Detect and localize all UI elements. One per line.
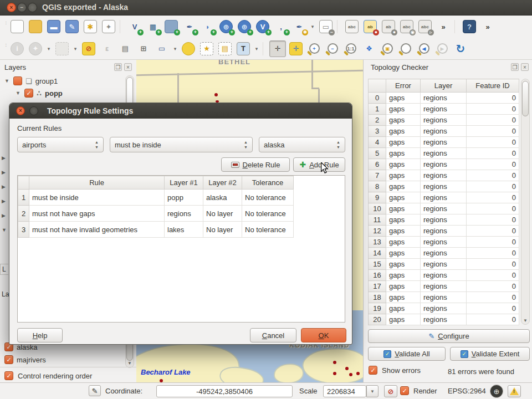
zoom-out-button[interactable]: − — [324, 40, 341, 57]
label-move-button[interactable]: abc▹ — [417, 18, 433, 35]
table-row[interactable]: 2gapsregions0 — [369, 115, 519, 126]
window-minimize-icon[interactable]: − — [17, 3, 27, 12]
show-errors-toggle[interactable]: ✓ Show errors — [369, 366, 421, 375]
zoom-native-button[interactable]: 1:1 — [342, 40, 359, 57]
dropdown-arrow-icon[interactable]: ▾ — [45, 42, 52, 56]
pan-map-button[interactable]: ✛ — [269, 40, 286, 57]
rule-combobox[interactable]: must be inside ▲▼ — [110, 137, 253, 152]
validate-extent-button[interactable]: ✓ Validate Extent — [450, 347, 530, 361]
dropdown-arrow-icon[interactable]: ▾ — [253, 42, 260, 56]
layer-tree-item-popp[interactable]: ▼ ✓ ∴ popp — [16, 89, 63, 98]
add-raster-layer-button[interactable]: ▦+ — [145, 18, 161, 35]
layer-column-header[interactable]: Layer — [421, 79, 467, 93]
add-mssql-layer-button[interactable]: ◗+ — [200, 18, 216, 35]
panel-close-icon[interactable]: × — [521, 63, 529, 71]
rule-column-header[interactable]: Rule — [29, 176, 165, 190]
majrivers-checkbox[interactable]: ✓ — [4, 355, 13, 364]
label-visibility-button[interactable]: abc◉ — [398, 18, 415, 35]
save-project-as-button[interactable]: ✎ — [64, 18, 80, 35]
window-close-icon[interactable]: × — [7, 3, 16, 12]
dropdown-arrow-icon[interactable]: ▾ — [172, 42, 178, 56]
dialog-close-icon[interactable]: × — [16, 106, 25, 115]
table-row[interactable]: 13gapsregions0 — [369, 237, 519, 248]
add-spatialite-layer-button[interactable]: ✒+ — [181, 18, 198, 35]
new-shapefile-layer-button[interactable]: ✒✱ — [291, 18, 308, 35]
zoom-to-selection-button[interactable]: ▣ — [379, 40, 396, 57]
new-composer-button[interactable]: ✱ — [82, 18, 99, 35]
panel-close-icon[interactable]: × — [124, 63, 132, 71]
table-row[interactable]: 10gapsregions0 — [369, 203, 519, 214]
field-calculator-button[interactable]: ⊞ — [135, 40, 152, 57]
layer1-combobox[interactable]: airports ▲▼ — [17, 137, 104, 152]
render-toggle[interactable]: ✓ Render — [400, 386, 437, 395]
checker-scrollbar-thumb[interactable] — [522, 81, 529, 116]
layer2-combobox[interactable]: alaska ▲▼ — [259, 137, 345, 152]
help-button[interactable]: Help — [17, 328, 63, 342]
remove-layer-group-button[interactable]: ▭− — [318, 18, 334, 35]
refresh-map-button[interactable]: ↻ — [452, 40, 469, 57]
layer-tree-item-group1[interactable]: ▼ ✓ ❏ group1 — [4, 76, 58, 85]
deselect-features-button[interactable]: ⊘ — [80, 40, 97, 57]
ok-button[interactable]: OK — [301, 328, 346, 342]
dropdown-arrow-icon[interactable]: ▾ — [309, 19, 316, 34]
open-project-button[interactable] — [27, 18, 44, 35]
add-wfs-layer-button[interactable]: V+ — [254, 18, 271, 35]
show-bookmarks-button[interactable]: ▤ — [217, 40, 233, 57]
labeling-button[interactable]: abc — [344, 18, 360, 35]
table-row[interactable]: 1gapsregions0 — [369, 104, 519, 115]
scale-combobox[interactable]: 2206834 — [323, 385, 366, 397]
add-wcs-layer-button[interactable]: ⊕+ — [236, 18, 253, 35]
error-column-header[interactable]: Error — [386, 79, 421, 93]
pan-to-selection-button[interactable]: ✛ — [288, 40, 304, 57]
layer1-column-header[interactable]: Layer #1 — [165, 176, 203, 190]
scale-dropdown-icon[interactable]: ▼ — [366, 385, 378, 397]
table-row[interactable]: 5gapsregions0 — [369, 148, 519, 159]
composer-manager-button[interactable]: ✦ — [100, 18, 117, 35]
help-contents-button[interactable]: ? — [461, 18, 478, 35]
dialog-maximize-icon[interactable] — [29, 106, 38, 115]
table-row[interactable]: 14gapsregions0 — [369, 248, 519, 259]
table-row[interactable]: 6gapsregions0 — [369, 159, 519, 170]
table-row[interactable]: 20gapsregions0 — [369, 314, 519, 325]
table-row[interactable]: 19gapsregions0 — [369, 303, 519, 314]
dropdown-arrow-icon[interactable]: ▾ — [72, 42, 79, 56]
crs-status-button[interactable]: ⊕ — [490, 385, 503, 398]
layer2-column-header[interactable]: Layer #2 — [203, 176, 242, 190]
group1-checkbox[interactable]: ✓ — [13, 76, 22, 85]
add-rule-button[interactable]: ✚ Add Rule — [293, 157, 345, 172]
panel-tab-fragment[interactable]: L — [0, 264, 8, 275]
table-row[interactable]: 12gapsregions0 — [369, 226, 519, 237]
scroll-down-icon[interactable]: ▼ — [126, 361, 134, 366]
stop-render-button[interactable]: ⊘ — [384, 385, 397, 397]
messages-button[interactable]: ! — [508, 385, 521, 397]
map-tips-button[interactable] — [180, 40, 197, 57]
toolbar-grip[interactable]: ⋮⋮⋮ — [3, 43, 7, 55]
table-row[interactable]: 0gapsregions0 — [369, 93, 519, 104]
label-pin-active-button[interactable]: ab● — [362, 18, 378, 35]
table-row[interactable]: 17gapsregions0 — [369, 281, 519, 292]
show-errors-checkbox[interactable]: ✓ — [369, 366, 377, 375]
layer-tree-item-majrivers[interactable]: ✓ majrivers — [4, 355, 46, 364]
table-row[interactable]: 1must be insidepoppalaskaNo tolerance — [18, 190, 294, 206]
table-row[interactable]: 15gapsregions0 — [369, 259, 519, 270]
add-wms-layer-button[interactable]: ⊕+ — [218, 18, 234, 35]
featureid-column-header[interactable]: Feature ID — [467, 79, 519, 93]
toolbar-overflow-button[interactable]: » — [435, 18, 452, 35]
zoom-to-layer-button[interactable] — [397, 40, 414, 57]
new-project-button[interactable] — [9, 18, 25, 35]
scroll-down-icon[interactable]: ▼ — [521, 318, 529, 323]
toolbar-overflow-2-button[interactable]: » — [479, 18, 496, 35]
tolerance-column-header[interactable]: Tolerance — [242, 176, 294, 190]
text-annotation-button[interactable]: T — [235, 40, 252, 57]
table-row[interactable]: 8gapsregions0 — [369, 181, 519, 192]
label-pin-button[interactable]: ab● — [380, 18, 397, 35]
cancel-button[interactable]: Cancel — [250, 328, 296, 342]
configure-button[interactable]: ✎ Configure — [368, 329, 530, 343]
table-row[interactable]: 7gapsregions0 — [369, 170, 519, 181]
table-row[interactable]: 3gapsregions0 — [369, 126, 519, 137]
control-rendering-order[interactable]: ✓ Control rendering order — [4, 371, 92, 380]
table-row[interactable]: 11gapsregions0 — [369, 214, 519, 226]
delete-rule-button[interactable]: Delete Rule — [221, 157, 290, 172]
add-postgis-layer-button[interactable]: + — [163, 18, 180, 35]
control-rendering-checkbox[interactable]: ✓ — [4, 371, 13, 380]
